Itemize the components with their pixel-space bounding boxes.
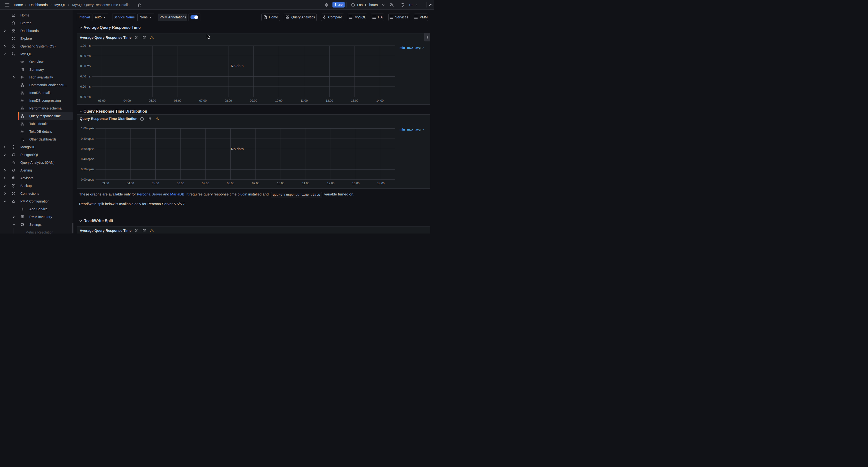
svg-text:04:00: 04:00 [126, 182, 134, 185]
svg-text:12:00: 12:00 [327, 182, 334, 185]
svg-text:03:00: 03:00 [98, 99, 105, 102]
svg-text:13:00: 13:00 [351, 99, 358, 102]
svg-text:10:00: 10:00 [275, 99, 282, 102]
svg-text:1.00 ops/s: 1.00 ops/s [81, 127, 94, 130]
svg-text:0.40 ops/s: 0.40 ops/s [81, 158, 94, 161]
svg-text:14:00: 14:00 [376, 99, 383, 102]
svg-text:05:00: 05:00 [149, 99, 156, 102]
svg-text:09:00: 09:00 [252, 182, 259, 185]
svg-text:0.20 ms: 0.20 ms [80, 85, 91, 88]
svg-text:0.00 ops/s: 0.00 ops/s [81, 178, 94, 181]
svg-text:06:00: 06:00 [174, 99, 181, 102]
svg-text:11:00: 11:00 [301, 99, 308, 102]
svg-text:0.60 ops/s: 0.60 ops/s [81, 147, 94, 151]
svg-text:03:00: 03:00 [101, 182, 109, 185]
svg-text:0.80 ops/s: 0.80 ops/s [81, 137, 94, 140]
svg-text:06:00: 06:00 [177, 182, 184, 185]
svg-text:0.00 ms: 0.00 ms [80, 95, 91, 99]
svg-text:0.60 ms: 0.60 ms [80, 64, 91, 68]
svg-text:12:00: 12:00 [326, 99, 333, 102]
svg-text:04:00: 04:00 [123, 99, 131, 102]
svg-text:0.80 ms: 0.80 ms [80, 54, 91, 57]
svg-text:11:00: 11:00 [302, 182, 309, 185]
svg-text:14:00: 14:00 [377, 182, 384, 185]
svg-text:05:00: 05:00 [152, 182, 159, 185]
svg-text:10:00: 10:00 [277, 182, 284, 185]
svg-text:07:00: 07:00 [199, 99, 207, 102]
svg-text:No data: No data [231, 147, 244, 151]
svg-text:1.00 ms: 1.00 ms [80, 44, 91, 47]
svg-text:08:00: 08:00 [224, 99, 232, 102]
svg-text:No data: No data [231, 64, 244, 68]
svg-text:08:00: 08:00 [227, 182, 234, 185]
svg-text:0.40 ms: 0.40 ms [80, 75, 91, 78]
svg-text:07:00: 07:00 [202, 182, 209, 185]
svg-text:09:00: 09:00 [250, 99, 257, 102]
svg-text:13:00: 13:00 [352, 182, 360, 185]
svg-text:0.20 ops/s: 0.20 ops/s [81, 168, 94, 171]
